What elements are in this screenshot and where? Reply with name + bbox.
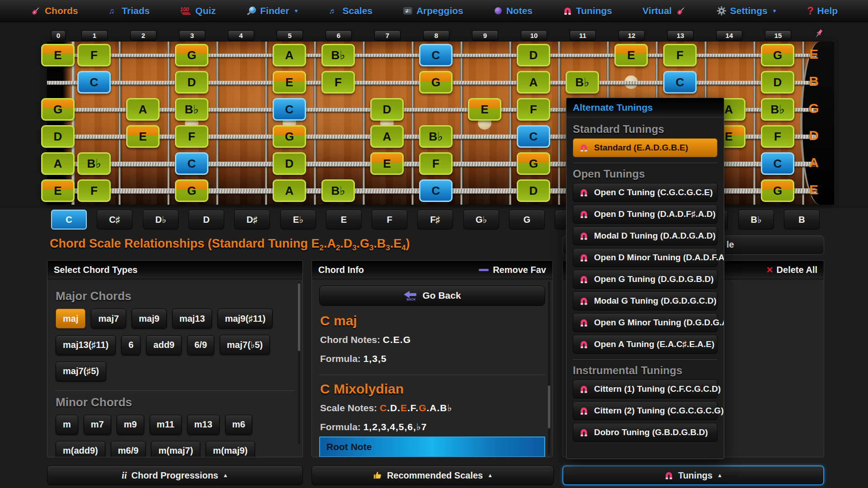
marker-b♭-s5-f1[interactable]: B♭: [77, 152, 111, 175]
marker-f-s6-f1[interactable]: F: [77, 179, 111, 202]
marker-e-s2-f5[interactable]: E: [273, 71, 306, 94]
marker-e-s5-f7[interactable]: E: [370, 152, 404, 175]
marker-c-s5-f15[interactable]: C: [761, 152, 794, 175]
chord-type-button-add9[interactable]: add9: [146, 335, 182, 355]
chord-type-button-m[interactable]: m: [56, 415, 78, 435]
marker-b♭-s2-f11[interactable]: B♭: [566, 71, 599, 94]
tuning-item-open-g-tuning[interactable]: Open G Tuning (D.G.D.G.B.D): [573, 270, 717, 289]
chord-types-scrollbar[interactable]: [298, 282, 300, 444]
marker-b♭-s4-f8[interactable]: B♭: [419, 125, 453, 148]
note-button-b♭[interactable]: B♭: [738, 210, 774, 230]
marker-a-s2-f10[interactable]: A: [517, 71, 550, 94]
chord-type-button-m11[interactable]: m11: [150, 415, 182, 435]
marker-e-s4-f2[interactable]: E: [126, 125, 160, 148]
note-button-g[interactable]: G: [509, 210, 545, 230]
marker-f-s4-f3[interactable]: F: [175, 125, 208, 148]
marker-g-s1-f3[interactable]: G: [175, 44, 208, 66]
nav-item-settings[interactable]: Settings▼: [717, 5, 777, 16]
chord-type-button-m(maj7)[interactable]: m(maj7): [151, 441, 200, 458]
marker-d-s2-f15[interactable]: D: [761, 71, 794, 94]
delete-all-button[interactable]: × Delete All: [767, 264, 817, 275]
chord-type-button-m6/9[interactable]: m6/9: [111, 441, 146, 458]
marker-e-s3-f9[interactable]: E: [468, 98, 501, 121]
note-button-e[interactable]: E: [326, 210, 362, 230]
marker-b♭-s1-f6[interactable]: B♭: [321, 44, 355, 66]
marker-f-s3-f10[interactable]: F: [517, 98, 550, 121]
marker-e-s1-f0[interactable]: E: [41, 44, 75, 66]
marker-c-s3-f5[interactable]: C: [273, 98, 306, 121]
chord-type-button-maj13(♯11)[interactable]: maj13(♯11): [56, 335, 116, 355]
chord-type-button-m13[interactable]: m13: [187, 415, 220, 435]
chord-type-button-m7[interactable]: m7: [84, 415, 111, 435]
nav-item-finder[interactable]: Finder▼: [246, 5, 299, 16]
remove-fav-button[interactable]: Remove Fav: [479, 265, 546, 275]
go-back-button[interactable]: BACK Go Back: [319, 286, 545, 306]
nav-item-notes[interactable]: Notes: [494, 5, 533, 16]
nav-item-triads[interactable]: ♫Triads: [108, 5, 150, 16]
nav-item-virtual[interactable]: Virtual: [642, 5, 686, 16]
bottom-button-tunings[interactable]: Tunings▲: [562, 465, 824, 485]
marker-a-s6-f5[interactable]: A: [273, 179, 306, 202]
chord-type-button-maj13[interactable]: maj13: [172, 309, 212, 328]
marker-d-s6-f10[interactable]: D: [517, 179, 550, 202]
chord-type-button-m6[interactable]: m6: [225, 415, 253, 435]
nav-item-tunings[interactable]: Tunings: [563, 5, 612, 16]
marker-c-s5-f3[interactable]: C: [175, 152, 208, 175]
marker-c-s2-f1[interactable]: C: [77, 71, 111, 94]
marker-f-s4-f15[interactable]: F: [761, 125, 794, 148]
tuning-item-open-a-tuning[interactable]: Open A Tuning (E.A.C♯.E.A.E): [573, 335, 717, 354]
marker-g-s6-f3[interactable]: G: [175, 179, 208, 202]
nav-item-scales[interactable]: ♬Scales: [329, 5, 373, 16]
marker-c-s2-f13[interactable]: C: [663, 71, 697, 94]
note-button-e♭[interactable]: E♭: [280, 210, 316, 230]
marker-d-s4-f0[interactable]: D: [41, 125, 75, 148]
tuning-item-modal-g-tuning[interactable]: Modal G Tuning (D.G.D.G.C.D): [573, 291, 717, 310]
marker-g-s6-f15[interactable]: G: [761, 179, 794, 202]
marker-a-s1-f5[interactable]: A: [273, 44, 306, 66]
note-button-f[interactable]: F: [372, 210, 407, 230]
marker-b♭-s3-f15[interactable]: B♭: [761, 98, 794, 121]
tuning-item-modal-d-tuning[interactable]: Modal D Tuning (D.A.D.G.A.D): [573, 226, 717, 245]
marker-g-s4-f5[interactable]: G: [273, 125, 306, 148]
marker-f-s1-f13[interactable]: F: [663, 44, 697, 66]
marker-g-s3-f0[interactable]: G: [41, 98, 75, 121]
marker-g-s5-f10[interactable]: G: [517, 152, 550, 175]
chord-type-button-maj7(♯5)[interactable]: maj7(♯5): [56, 361, 106, 381]
marker-e-s6-f0[interactable]: E: [41, 179, 75, 202]
marker-c-s4-f10[interactable]: C: [517, 125, 550, 148]
chord-type-button-maj[interactable]: maj: [56, 309, 85, 328]
marker-a-s4-f7[interactable]: A: [370, 125, 404, 148]
bottom-button-recommended-scales[interactable]: Recommended Scales▲: [311, 465, 554, 485]
marker-d-s5-f5[interactable]: D: [273, 152, 306, 175]
chord-type-button-6[interactable]: 6: [121, 335, 141, 355]
marker-d-s3-f7[interactable]: D: [370, 98, 404, 121]
note-button-b[interactable]: B: [784, 210, 820, 230]
chord-type-button-maj7(♭5)[interactable]: maj7(♭5): [220, 335, 270, 355]
marker-d-s1-f10[interactable]: D: [517, 44, 550, 66]
tuning-item-open-g-minor-tuning[interactable]: Open G Minor Tuning (D.G.D.G.A♯.D): [573, 313, 717, 332]
nav-item-chords[interactable]: Chords: [30, 5, 78, 16]
marker-b♭-s3-f3[interactable]: B♭: [175, 98, 208, 121]
marker-c-s1-f8[interactable]: C: [419, 44, 453, 66]
pushpin-icon[interactable]: [812, 28, 825, 42]
marker-c-s6-f8[interactable]: C: [419, 179, 453, 202]
marker-d-s2-f3[interactable]: D: [175, 71, 208, 94]
nav-item-arpeggios[interactable]: Arpeggios: [403, 5, 463, 16]
chord-type-button-maj9(♯11)[interactable]: maj9(♯11): [217, 309, 273, 328]
chord-type-button-m9[interactable]: m9: [117, 415, 144, 435]
marker-g-s1-f15[interactable]: G: [761, 44, 794, 66]
note-button-g♭[interactable]: G♭: [463, 210, 499, 230]
marker-b♭-s6-f6[interactable]: B♭: [321, 179, 355, 202]
note-button-c[interactable]: C: [51, 210, 87, 230]
tuning-item-cittern[interactable]: Cittern (2) Tuning (C.G.C.G.C.G): [573, 401, 717, 420]
bottom-button-chord-progressions[interactable]: iiChord Progressions▲: [47, 465, 303, 485]
nav-item-quiz[interactable]: 100Quiz: [180, 5, 216, 16]
note-button-c♯[interactable]: C♯: [97, 210, 132, 230]
note-button-f♯[interactable]: F♯: [417, 210, 453, 230]
chord-type-button-m(add9)[interactable]: m(add9): [56, 441, 105, 458]
marker-e-s1-f12[interactable]: E: [614, 44, 648, 66]
tuning-item-standard[interactable]: Standard (E.A.D.G.B.E): [573, 138, 717, 157]
chord-info-scrollbar[interactable]: [548, 282, 550, 455]
marker-g-s2-f8[interactable]: G: [419, 71, 453, 94]
marker-f-s5-f8[interactable]: F: [419, 152, 453, 175]
